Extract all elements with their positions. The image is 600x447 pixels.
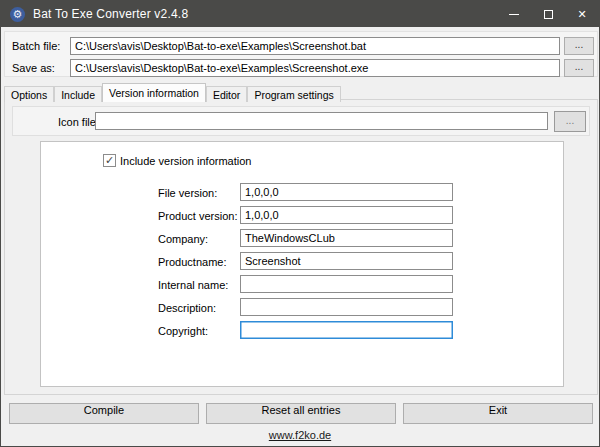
minimize-icon (509, 14, 519, 15)
exit-button[interactable]: Exit (403, 403, 593, 424)
batch-file-label: Batch file: (12, 40, 60, 52)
app-window: ⚙ Bat To Exe Converter v2.4.8 ✕ Batch fi… (0, 0, 600, 447)
icon-file-panel: Icon file: ... (12, 106, 590, 136)
file-version-input[interactable] (240, 183, 453, 201)
maximize-button[interactable] (531, 1, 565, 27)
icon-file-browse-button[interactable]: ... (554, 111, 586, 132)
tab-version-information[interactable]: Version information (102, 83, 206, 102)
compile-button[interactable]: Compile (9, 403, 199, 424)
copyright-input[interactable] (240, 321, 453, 339)
product-version-input[interactable] (240, 206, 453, 224)
company-row: Company: (41, 229, 563, 248)
footer-link-wrap: www.f2ko.de (1, 429, 599, 441)
tab-program-settings[interactable]: Program settings (247, 86, 340, 102)
productname-row: Productname: (41, 252, 563, 271)
reset-all-entries-button[interactable]: Reset all entries (206, 403, 396, 424)
productname-label: Productname: (158, 256, 226, 268)
close-icon: ✕ (577, 9, 586, 20)
titlebar: ⚙ Bat To Exe Converter v2.4.8 ✕ (1, 1, 599, 27)
company-label: Company: (158, 233, 208, 245)
description-input[interactable] (240, 298, 453, 316)
internal-name-label: Internal name: (158, 279, 228, 291)
file-version-row: File version: (41, 183, 563, 202)
internal-name-row: Internal name: (41, 275, 563, 294)
save-as-label: Save as: (12, 62, 55, 74)
batch-file-input[interactable] (70, 37, 560, 55)
window-title: Bat To Exe Converter v2.4.8 (33, 7, 188, 21)
save-as-input[interactable] (70, 59, 560, 77)
tab-bar: Options Include Version information Edit… (4, 82, 341, 101)
icon-file-label: Icon file: (58, 116, 99, 128)
copyright-row: Copyright: (41, 321, 563, 340)
close-button[interactable]: ✕ (565, 1, 599, 27)
window-controls: ✕ (497, 1, 599, 27)
file-version-label: File version: (158, 187, 217, 199)
include-version-checkbox-label: Include version information (120, 155, 251, 167)
product-version-row: Product version: (41, 206, 563, 225)
internal-name-input[interactable] (240, 275, 453, 293)
productname-input[interactable] (240, 252, 453, 270)
tab-options[interactable]: Options (4, 86, 54, 102)
description-row: Description: (41, 298, 563, 317)
checkbox-checked-icon[interactable]: ✓ (103, 154, 116, 167)
description-label: Description: (158, 302, 216, 314)
company-input[interactable] (240, 229, 453, 247)
save-as-browse-button[interactable]: ... (564, 59, 594, 77)
version-form-panel: ✓ Include version information File versi… (40, 141, 564, 387)
maximize-icon (544, 10, 553, 19)
tab-editor[interactable]: Editor (206, 86, 247, 102)
include-version-checkbox-row[interactable]: ✓ Include version information (103, 154, 251, 167)
icon-file-input[interactable] (95, 112, 548, 130)
version-information-page: Icon file: ... ✓ Include version informa… (4, 99, 598, 395)
copyright-label: Copyright: (158, 325, 208, 337)
minimize-button[interactable] (497, 1, 531, 27)
f2ko-link[interactable]: www.f2ko.de (269, 429, 331, 441)
tab-include[interactable]: Include (54, 86, 102, 102)
app-gear-icon: ⚙ (10, 7, 25, 22)
product-version-label: Product version: (158, 210, 237, 222)
file-selection-panel: Batch file: ... Save as: ... (4, 31, 598, 77)
batch-file-browse-button[interactable]: ... (564, 37, 594, 55)
